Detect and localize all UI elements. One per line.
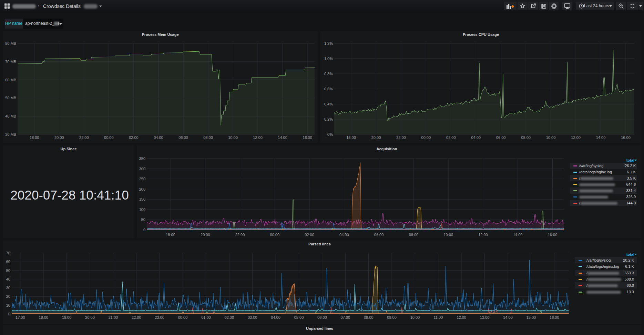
svg-text:10: 10	[6, 303, 10, 307]
svg-text:80 MB: 80 MB	[5, 41, 16, 45]
svg-text:01:00: 01:00	[201, 315, 211, 319]
svg-text:50: 50	[141, 217, 145, 222]
svg-text:04:00: 04:00	[271, 315, 280, 319]
svg-text:350: 350	[139, 156, 145, 161]
svg-text:20:00: 20:00	[85, 315, 95, 319]
svg-text:20:00: 20:00	[201, 233, 210, 237]
svg-text:60: 60	[6, 260, 10, 264]
svg-text:16:00: 16:00	[621, 135, 631, 140]
svg-text:05:00: 05:00	[294, 315, 304, 319]
svg-text:40: 40	[6, 277, 10, 281]
svg-text:00:00: 00:00	[178, 315, 188, 319]
svg-text:14:00: 14:00	[596, 135, 606, 140]
svg-text:13:00: 13:00	[480, 315, 490, 319]
svg-text:30 MB: 30 MB	[5, 132, 16, 136]
svg-text:100: 100	[139, 207, 145, 212]
svg-text:250: 250	[139, 177, 145, 181]
svg-text:0%: 0%	[327, 132, 333, 136]
svg-text:300: 300	[139, 167, 145, 171]
svg-text:50: 50	[6, 268, 10, 273]
svg-text:06:00: 06:00	[178, 135, 188, 140]
svg-text:16:00: 16:00	[303, 135, 312, 140]
svg-text:18:00: 18:00	[166, 233, 175, 237]
svg-text:0: 0	[143, 228, 145, 232]
svg-text:1.0%: 1.0%	[324, 57, 333, 61]
svg-text:06:00: 06:00	[496, 135, 506, 140]
svg-text:17:00: 17:00	[16, 315, 25, 319]
svg-text:22:00: 22:00	[396, 135, 406, 140]
svg-text:150: 150	[139, 197, 145, 201]
svg-text:16:00: 16:00	[548, 233, 558, 237]
svg-text:11:00: 11:00	[433, 315, 443, 319]
svg-text:70: 70	[6, 251, 10, 255]
svg-text:12:00: 12:00	[478, 233, 488, 237]
svg-text:10:00: 10:00	[410, 315, 420, 319]
svg-text:12:00: 12:00	[457, 315, 466, 319]
svg-text:06:00: 06:00	[317, 315, 327, 319]
svg-text:10:00: 10:00	[546, 135, 556, 140]
svg-text:08:00: 08:00	[203, 135, 213, 140]
svg-text:20: 20	[6, 294, 10, 298]
svg-text:18:00: 18:00	[30, 135, 39, 140]
svg-text:08:00: 08:00	[521, 135, 531, 140]
svg-text:22:00: 22:00	[235, 233, 245, 237]
svg-text:30: 30	[6, 286, 10, 290]
svg-text:18:00: 18:00	[39, 315, 48, 319]
svg-text:14:00: 14:00	[278, 135, 287, 140]
svg-text:04:00: 04:00	[339, 233, 349, 237]
svg-text:20:00: 20:00	[54, 135, 64, 140]
svg-text:14:00: 14:00	[503, 315, 513, 319]
svg-text:20:00: 20:00	[371, 135, 381, 140]
svg-text:04:00: 04:00	[154, 135, 163, 140]
svg-text:0.4%: 0.4%	[324, 102, 333, 106]
svg-text:70 MB: 70 MB	[5, 60, 16, 64]
svg-text:0.8%: 0.8%	[324, 72, 333, 76]
svg-text:22:00: 22:00	[79, 135, 89, 140]
svg-text:10:00: 10:00	[228, 135, 238, 140]
svg-text:23:00: 23:00	[155, 315, 164, 319]
svg-text:02:00: 02:00	[305, 233, 314, 237]
svg-text:00:00: 00:00	[421, 135, 431, 140]
svg-text:08:00: 08:00	[409, 233, 419, 237]
svg-text:02:00: 02:00	[446, 135, 456, 140]
svg-text:08:00: 08:00	[364, 315, 374, 319]
svg-text:14:00: 14:00	[513, 233, 523, 237]
svg-text:19:00: 19:00	[62, 315, 72, 319]
svg-text:0: 0	[8, 312, 10, 316]
svg-text:40 MB: 40 MB	[5, 114, 16, 118]
svg-text:10:00: 10:00	[443, 233, 453, 237]
svg-text:200: 200	[139, 187, 145, 191]
svg-text:0.2%: 0.2%	[324, 117, 333, 121]
svg-text:00:00: 00:00	[270, 233, 280, 237]
svg-text:03:00: 03:00	[248, 315, 257, 319]
svg-text:07:00: 07:00	[341, 315, 350, 319]
svg-text:15:00: 15:00	[527, 315, 536, 319]
svg-text:09:00: 09:00	[387, 315, 397, 319]
svg-text:16:00: 16:00	[550, 315, 559, 319]
svg-text:50 MB: 50 MB	[5, 96, 16, 100]
svg-text:02:00: 02:00	[129, 135, 139, 140]
svg-text:0.6%: 0.6%	[324, 87, 333, 91]
svg-text:22:00: 22:00	[132, 315, 141, 319]
svg-text:12:00: 12:00	[253, 135, 263, 140]
svg-text:04:00: 04:00	[471, 135, 481, 140]
svg-text:06:00: 06:00	[374, 233, 384, 237]
svg-text:00:00: 00:00	[104, 135, 114, 140]
svg-text:02:00: 02:00	[225, 315, 234, 319]
svg-text:18:00: 18:00	[346, 135, 356, 140]
svg-text:12:00: 12:00	[571, 135, 581, 140]
svg-text:21:00: 21:00	[109, 315, 118, 319]
svg-text:1.2%: 1.2%	[324, 41, 333, 45]
svg-text:60 MB: 60 MB	[5, 78, 16, 82]
